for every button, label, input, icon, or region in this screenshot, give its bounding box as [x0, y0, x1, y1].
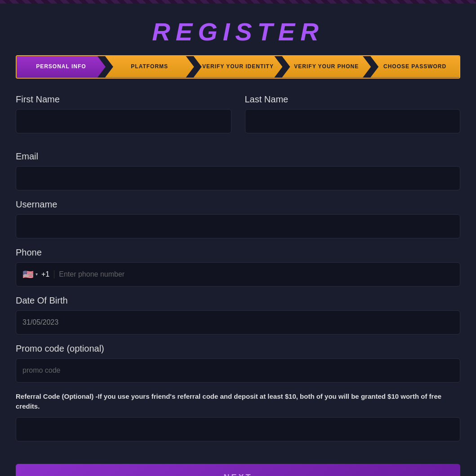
- last-name-input[interactable]: [245, 109, 461, 133]
- step-label-personal-info: PERSONAL INFO: [36, 63, 86, 71]
- referral-description: Referral Code (Optional) -If you use you…: [16, 392, 460, 412]
- referral-group: Referral Code (Optional) -If you use you…: [16, 392, 460, 450]
- referral-input[interactable]: [16, 417, 460, 441]
- username-input[interactable]: [16, 214, 460, 238]
- dob-label: Date Of Birth: [16, 295, 460, 306]
- step-verify-identity[interactable]: VERIFY YOUR IDENTITY: [194, 56, 283, 78]
- username-group: Username: [16, 199, 460, 238]
- step-label-verify-identity: VERIFY YOUR IDENTITY: [202, 63, 274, 71]
- phone-country-code: +1: [41, 270, 54, 278]
- phone-label: Phone: [16, 247, 460, 258]
- first-name-group: First Name: [16, 94, 231, 133]
- page-wrapper: REGISTER PERSONAL INFO PLATFORMS VERIFY …: [0, 0, 476, 476]
- phone-input[interactable]: [59, 270, 454, 278]
- dob-group: Date Of Birth: [16, 295, 460, 335]
- step-personal-info[interactable]: PERSONAL INFO: [17, 56, 106, 78]
- next-button[interactable]: NEXT: [16, 464, 460, 476]
- form-container: First Name Last Name Email Username Phon…: [0, 94, 476, 476]
- promo-input[interactable]: [16, 358, 460, 383]
- last-name-group: Last Name: [245, 94, 461, 133]
- step-label-verify-phone: VERIFY YOUR PHONE: [294, 63, 359, 71]
- step-platforms[interactable]: PLATFORMS: [105, 56, 194, 78]
- flag-emoji: 🇺🇸: [22, 270, 34, 279]
- page-title: REGISTER: [0, 17, 476, 46]
- title-section: REGISTER: [0, 4, 476, 55]
- email-input[interactable]: [16, 166, 460, 190]
- phone-flag-selector[interactable]: 🇺🇸 ▾: [22, 270, 38, 279]
- referral-description-text: Referral Code (Optional) -If you use you…: [16, 392, 441, 410]
- email-group: Email: [16, 151, 460, 190]
- step-label-platforms: PLATFORMS: [131, 63, 168, 71]
- phone-wrapper: 🇺🇸 ▾ +1: [16, 262, 460, 286]
- dob-input[interactable]: [16, 310, 460, 335]
- flag-chevron-icon: ▾: [36, 272, 38, 277]
- steps-navigation: PERSONAL INFO PLATFORMS VERIFY YOUR IDEN…: [16, 55, 460, 79]
- last-name-label: Last Name: [245, 94, 461, 105]
- promo-label: Promo code (optional): [16, 344, 460, 354]
- email-label: Email: [16, 151, 460, 162]
- first-name-input[interactable]: [16, 109, 231, 133]
- first-name-label: First Name: [16, 94, 231, 105]
- phone-group: Phone 🇺🇸 ▾ +1: [16, 247, 460, 286]
- step-verify-phone[interactable]: VERIFY YOUR PHONE: [282, 56, 371, 78]
- step-choose-password[interactable]: CHOOSE PASSWORD: [370, 56, 459, 78]
- username-label: Username: [16, 199, 460, 210]
- step-label-choose-password: CHOOSE PASSWORD: [383, 63, 446, 71]
- promo-group: Promo code (optional): [16, 344, 460, 383]
- name-row: First Name Last Name: [16, 94, 460, 142]
- header-bar: [0, 0, 476, 4]
